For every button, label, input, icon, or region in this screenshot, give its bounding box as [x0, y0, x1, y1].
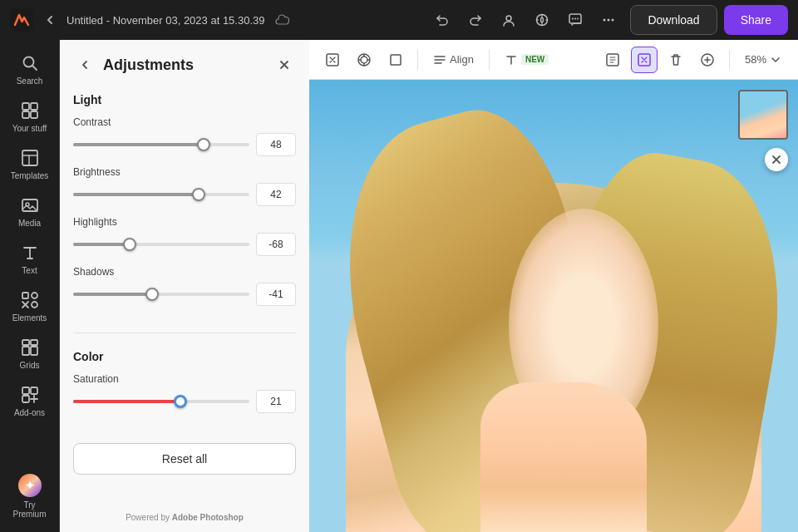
svg-point-8 [572, 18, 574, 20]
color-section-title: Color [73, 350, 296, 363]
contrast-row: Contrast 48 [73, 116, 296, 156]
contrast-value[interactable]: 48 [256, 133, 296, 156]
toolbar-separator-3 [729, 50, 730, 70]
thumbnail-image [740, 91, 786, 138]
search-icon [20, 53, 40, 73]
sidebar-item-label: Media [18, 219, 41, 228]
contrast-thumb[interactable] [197, 138, 210, 151]
svg-rect-42 [391, 55, 401, 65]
add-page-button[interactable] [694, 47, 721, 73]
svg-rect-20 [22, 150, 37, 165]
saturation-fill [73, 400, 180, 403]
try-premium-button[interactable]: ✦ Try Premium [3, 467, 57, 525]
sidebar-item-label: Search [17, 76, 43, 86]
saturation-value[interactable]: 21 [256, 390, 296, 413]
svg-point-13 [612, 19, 614, 22]
shadows-track[interactable] [73, 293, 249, 296]
svg-rect-34 [22, 396, 29, 402]
sidebar-item-elements[interactable]: Elements [3, 283, 57, 329]
svg-rect-28 [22, 340, 29, 345]
brightness-value[interactable]: 42 [256, 183, 296, 206]
svg-point-11 [603, 19, 606, 22]
cloud-sync-icon[interactable] [274, 12, 291, 28]
premium-icon: ✦ [18, 474, 42, 497]
light-section: Light Contrast 48 Brightness [60, 86, 309, 329]
download-button[interactable]: Download [630, 5, 717, 35]
new-badge: NEW [521, 54, 549, 65]
sidebar-item-your-stuff[interactable]: Your stuff [3, 94, 57, 140]
shadows-slider-row: -41 [73, 283, 296, 306]
undo-button[interactable] [427, 5, 457, 35]
brightness-fill [73, 193, 199, 196]
align-button[interactable]: Align [426, 50, 480, 70]
saturation-slider-row: 21 [73, 390, 296, 413]
svg-rect-29 [31, 340, 37, 345]
contrast-track[interactable] [73, 143, 249, 146]
svg-point-26 [32, 293, 37, 298]
main-layout: Search Your stuff [0, 40, 798, 532]
sidebar-item-label: Your stuff [12, 124, 47, 133]
zoom-control[interactable]: 58% [738, 50, 788, 69]
frame-tool-button[interactable] [319, 47, 346, 73]
sidebar-item-search[interactable]: Search [3, 47, 57, 92]
highlights-row: Highlights -68 [73, 216, 296, 256]
crop-tool-button[interactable] [351, 47, 377, 73]
svg-point-37 [361, 57, 367, 63]
shadows-label: Shadows [73, 266, 296, 278]
sidebar-item-grids[interactable]: Grids [3, 331, 57, 377]
svg-point-12 [608, 19, 610, 22]
brightness-track[interactable] [73, 193, 249, 196]
add-ons-icon [20, 385, 40, 405]
svg-line-15 [32, 66, 37, 70]
sidebar-item-add-ons[interactable]: Add-ons [3, 378, 57, 424]
more-options-button[interactable] [594, 5, 623, 35]
light-section-title: Light [73, 93, 296, 106]
saturation-label: Saturation [73, 373, 296, 385]
svg-point-10 [577, 18, 579, 20]
comments-button[interactable] [560, 5, 590, 35]
sidebar-item-text[interactable]: Text [3, 236, 57, 282]
svg-rect-32 [22, 387, 29, 394]
your-stuff-icon [20, 101, 40, 121]
adjustments-panel: Adjustments Light Contrast 48 [60, 40, 309, 532]
page-prev-button[interactable] [599, 47, 626, 73]
highlights-value[interactable]: -68 [256, 233, 296, 256]
delete-button[interactable] [663, 47, 689, 73]
thumbnail-close-button[interactable] [765, 148, 788, 171]
app-logo[interactable] [10, 8, 33, 32]
shadows-thumb[interactable] [145, 288, 159, 301]
saturation-thumb[interactable] [174, 395, 187, 408]
canvas-toolbar: Align NEW [309, 40, 798, 80]
rectangle-tool-button[interactable] [382, 47, 409, 73]
adjustments-back-button[interactable] [73, 53, 96, 76]
adobe-photoshop-brand: Adobe Photoshop [172, 513, 244, 522]
reset-all-button[interactable]: Reset all [73, 443, 296, 475]
premium-label: Try Premium [7, 500, 53, 519]
svg-rect-19 [31, 111, 37, 118]
svg-rect-33 [31, 387, 37, 394]
selection-tool-button[interactable] [631, 47, 658, 73]
svg-point-1 [506, 16, 511, 21]
powered-by-text: Powered by Adobe Photoshop [60, 506, 309, 532]
adjustments-close-button[interactable] [273, 53, 296, 76]
sidebar-item-templates[interactable]: Templates [3, 141, 57, 187]
highlights-fill [73, 243, 130, 246]
highlights-track[interactable] [73, 243, 249, 246]
saturation-track[interactable] [73, 400, 249, 403]
align-label: Align [450, 53, 474, 66]
section-divider [73, 332, 296, 333]
sidebar-item-media[interactable]: Media [3, 189, 57, 234]
topbar-back-button[interactable] [40, 10, 60, 30]
svg-rect-18 [22, 111, 29, 118]
collaborators-button[interactable] [494, 5, 524, 35]
redo-button[interactable] [461, 5, 490, 35]
ai-text-button[interactable]: NEW [498, 50, 555, 70]
canvas-area: Align NEW [309, 40, 798, 532]
canvas-view[interactable] [309, 80, 798, 532]
shadows-value[interactable]: -41 [256, 283, 296, 306]
share-button[interactable]: Share [724, 5, 788, 35]
toolbar-separator [417, 50, 418, 70]
brightness-thumb[interactable] [192, 188, 205, 201]
present-button[interactable] [527, 5, 557, 35]
highlights-thumb[interactable] [123, 238, 136, 251]
